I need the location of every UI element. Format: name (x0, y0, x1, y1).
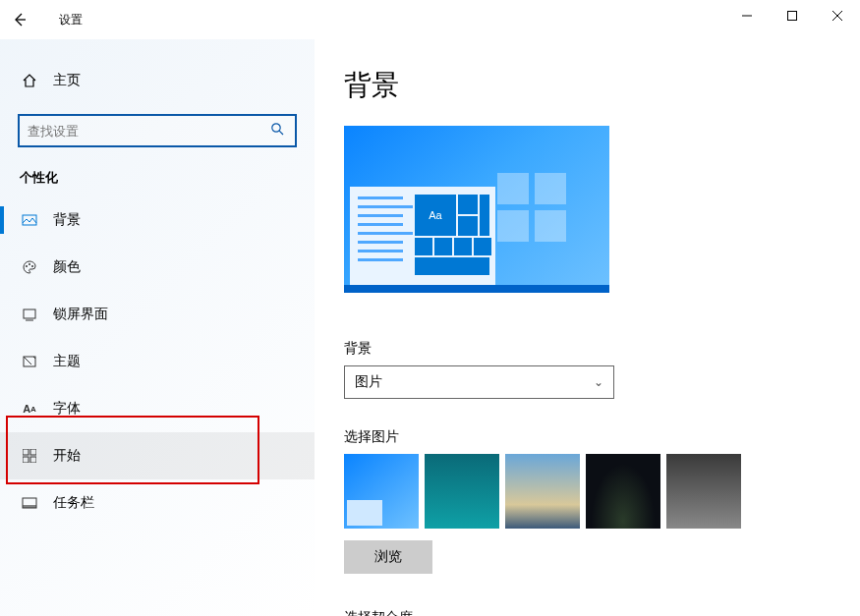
thumbnail[interactable] (505, 454, 580, 529)
nav-label: 任务栏 (53, 494, 94, 512)
desktop-preview: Aa (344, 126, 609, 293)
image-thumbnails (344, 454, 860, 529)
search-box[interactable] (18, 114, 297, 147)
theme-icon (20, 352, 39, 371)
start-icon (20, 446, 39, 466)
main-content: 背景 Aa 背景 图片 ⌄ 选择图片 (315, 39, 860, 616)
nav-label: 锁屏界面 (53, 306, 108, 323)
taskbar-icon (20, 493, 39, 513)
nav-label: 字体 (53, 400, 81, 418)
preview-window-mock: Aa (350, 187, 495, 293)
svg-rect-10 (23, 457, 29, 463)
nav-item-colors[interactable]: 颜色 (0, 244, 315, 291)
svg-point-3 (26, 265, 28, 267)
image-icon (20, 210, 39, 230)
fit-label: 选择契合度 (344, 609, 614, 616)
arrow-left-icon (12, 12, 28, 28)
nav-item-themes[interactable]: 主题 (0, 338, 315, 385)
nav-item-lockscreen[interactable]: 锁屏界面 (0, 291, 315, 338)
nav-label: 背景 (53, 211, 81, 229)
home-icon (20, 73, 39, 88)
svg-point-5 (31, 265, 33, 267)
window-controls (724, 0, 860, 31)
thumbnail[interactable] (666, 454, 741, 529)
background-type-select[interactable]: 图片 ⌄ (344, 365, 614, 399)
nav-label: 颜色 (53, 258, 81, 276)
close-icon (831, 10, 843, 22)
minimize-icon (741, 10, 753, 22)
thumbnail[interactable] (586, 454, 660, 529)
maximize-button[interactable] (770, 0, 815, 31)
close-button[interactable] (815, 0, 860, 31)
choose-image-label: 选择图片 (344, 428, 860, 446)
section-heading: 个性化 (20, 169, 315, 187)
nav-item-fonts[interactable]: AA 字体 (0, 385, 315, 432)
svg-rect-11 (30, 457, 36, 463)
back-button[interactable] (0, 0, 39, 39)
nav-item-taskbar[interactable]: 任务栏 (0, 479, 315, 527)
titlebar: 设置 (0, 0, 860, 39)
select-value: 图片 (355, 373, 382, 391)
svg-point-4 (29, 263, 30, 265)
browse-button[interactable]: 浏览 (344, 540, 432, 574)
nav-label: 开始 (53, 447, 81, 465)
svg-rect-13 (23, 505, 36, 508)
svg-rect-9 (30, 449, 36, 455)
minimize-button[interactable] (724, 0, 770, 31)
font-icon: AA (20, 399, 39, 419)
sidebar: 主页 个性化 背景 颜色 锁屏界面 主题 (0, 39, 315, 616)
home-label: 主页 (53, 72, 81, 89)
svg-rect-8 (23, 449, 29, 455)
nav-label: 主题 (53, 353, 81, 370)
preview-taskbar (344, 285, 609, 293)
nav-item-background[interactable]: 背景 (0, 196, 315, 244)
window-title: 设置 (59, 12, 83, 28)
svg-rect-0 (788, 12, 797, 21)
lockscreen-icon (20, 305, 39, 324)
thumbnail[interactable] (425, 454, 499, 529)
maximize-icon (786, 10, 798, 22)
svg-rect-6 (24, 309, 35, 318)
bg-select-label: 背景 (344, 340, 860, 358)
thumbnail[interactable] (344, 454, 419, 529)
preview-sample-text: Aa (415, 195, 456, 236)
nav-list: 背景 颜色 锁屏界面 主题 AA 字体 开始 (0, 196, 315, 527)
search-icon (267, 122, 287, 140)
home-link[interactable]: 主页 (0, 61, 315, 100)
svg-point-1 (272, 124, 280, 132)
nav-item-start[interactable]: 开始 (0, 432, 315, 479)
palette-icon (20, 257, 39, 277)
chevron-down-icon: ⌄ (594, 375, 603, 389)
windows-logo-icon (497, 173, 566, 242)
page-heading: 背景 (344, 67, 860, 104)
search-input[interactable] (28, 124, 267, 139)
